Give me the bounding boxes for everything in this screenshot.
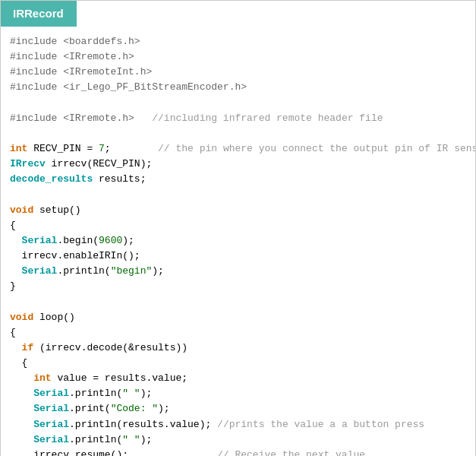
code-area: #include <boarddefs.h> #include <IRremot… xyxy=(1,27,475,456)
code-line: #include <boarddefs.h> xyxy=(10,36,140,47)
code-line: #include <IRremote.h> xyxy=(10,51,134,62)
code-line: irrecv.enableIRIn(); xyxy=(10,250,140,261)
code-line: IRrecv irrecv(RECV_PIN); xyxy=(10,158,152,169)
code-line: Serial.println("begin"); xyxy=(10,265,164,277)
code-line: #include <IRremote.h> //including infrar… xyxy=(10,112,383,124)
title-bar: IRRecord xyxy=(1,1,77,27)
code-line: { xyxy=(10,220,16,231)
window: IRRecord #include <boarddefs.h> #include… xyxy=(0,0,476,456)
code-line: decode_results results; xyxy=(10,173,146,185)
code-line: Serial.begin(9600); xyxy=(10,235,134,246)
code-line: Serial.println(results.value); //prints … xyxy=(10,419,424,430)
code-line: { xyxy=(10,327,16,338)
code-line: #include <ir_Lego_PF_BitStreamEncoder.h> xyxy=(10,81,247,93)
code-line: int RECV_PIN = 7; // the pin where you c… xyxy=(10,143,475,154)
code-line: irrecv.resume(); // Receive the next val… xyxy=(10,449,365,456)
code-line: void setup() xyxy=(10,204,81,216)
code-line: Serial.println(" "); xyxy=(10,434,152,445)
code-line: } xyxy=(10,280,16,292)
code-line: { xyxy=(10,357,27,369)
code-line: int value = results.value; xyxy=(10,372,188,384)
code-line: Serial.print("Code: "); xyxy=(10,403,170,414)
code-line: void loop() xyxy=(10,312,75,323)
window-title: IRRecord xyxy=(13,7,64,20)
code-line: #include <IRremoteInt.h> xyxy=(10,66,152,78)
code-line: Serial.println(" "); xyxy=(10,388,152,399)
code-line: if (irrecv.decode(&results)) xyxy=(10,342,188,353)
